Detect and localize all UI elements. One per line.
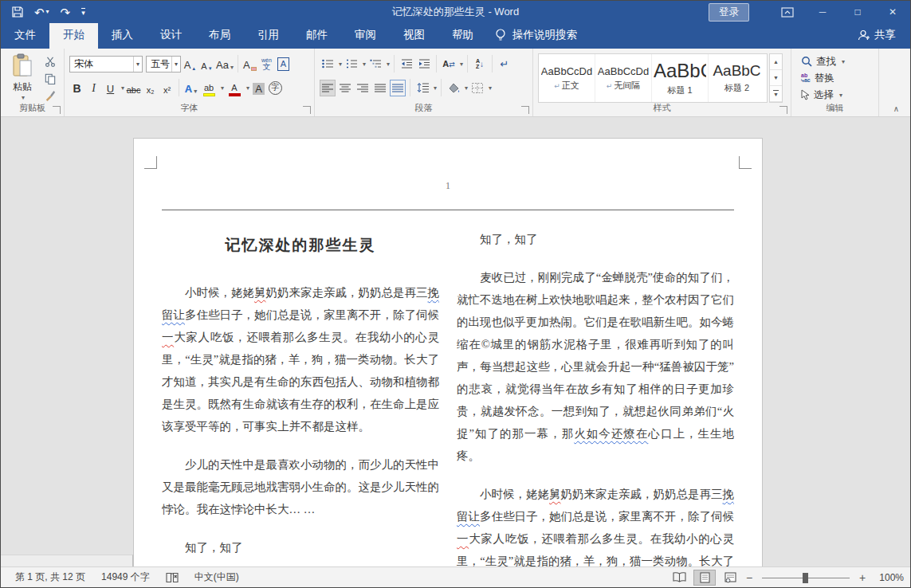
style-heading2[interactable]: AaBbC 标题 2 (709, 54, 765, 102)
italic-button[interactable]: I (86, 80, 101, 96)
grow-font-button[interactable]: A▲ (183, 56, 198, 73)
style-no-spacing[interactable]: AaBbCcDd ↵无间隔 (595, 54, 652, 102)
shrink-font-button[interactable]: A▼ (199, 56, 214, 73)
redo-button[interactable]: ↷ (61, 6, 71, 18)
increase-indent-button[interactable] (416, 56, 432, 73)
paragraph-dialog-launcher[interactable] (521, 106, 529, 114)
enclose-characters-button[interactable]: 字 (268, 80, 283, 96)
tab-review[interactable]: 审阅 (341, 22, 390, 49)
tab-view[interactable]: 视图 (390, 22, 438, 49)
asian-layout-button[interactable]: A⇄ (441, 56, 457, 73)
style-normal[interactable]: AaBbCcDd ↵正文 (539, 54, 595, 102)
minimize-button[interactable]: ─ (805, 1, 840, 23)
bold-button[interactable]: B (69, 80, 84, 96)
tab-mailings[interactable]: 邮件 (293, 22, 341, 49)
phonetic-guide-button[interactable]: wén文 (259, 56, 274, 73)
undo-button[interactable]: ↶▾ (34, 6, 49, 18)
customize-quick-access-toolbar-button[interactable]: ▾ (81, 8, 85, 17)
shading-dropdown-icon[interactable]: ▾ (465, 84, 468, 92)
shading-button[interactable] (446, 80, 461, 96)
zoom-slider-thumb[interactable] (803, 573, 808, 583)
format-painter-button[interactable] (42, 88, 58, 102)
bullets-button[interactable] (320, 56, 336, 73)
borders-dropdown-icon[interactable]: ▾ (489, 84, 492, 92)
font-size-combobox[interactable]: 五号▾ (146, 56, 181, 73)
language-indicator[interactable]: 中文(中国) (187, 570, 247, 584)
ribbon-display-options-button[interactable] (770, 1, 805, 23)
distributed-button[interactable] (390, 80, 406, 96)
tab-help[interactable]: 帮助 (438, 22, 487, 49)
undo-dropdown-icon[interactable]: ▾ (46, 9, 49, 15)
highlight-dropdown-icon[interactable]: ▾ (221, 84, 224, 92)
styles-more-button[interactable]: ▼ (770, 86, 782, 102)
horizontal-scrollbar-thumb[interactable] (1, 555, 133, 566)
web-layout-view-button[interactable] (719, 570, 741, 586)
chevron-down-icon[interactable]: ▾ (171, 57, 180, 72)
character-border-button[interactable]: A (276, 56, 291, 73)
borders-button[interactable] (469, 80, 485, 96)
bullets-dropdown-icon[interactable]: ▾ (339, 61, 342, 68)
zoom-in-button[interactable]: + (858, 571, 867, 584)
zoom-level[interactable]: 100% (870, 572, 904, 583)
clipboard-dialog-launcher[interactable] (53, 106, 61, 114)
justify-button[interactable] (372, 80, 388, 96)
tab-insert[interactable]: 插入 (98, 22, 147, 49)
tell-me-search[interactable]: 操作说明搜索 (487, 28, 585, 49)
font-color-button[interactable]: A (226, 80, 243, 96)
decrease-indent-button[interactable] (399, 56, 414, 73)
font-name-combobox[interactable]: 宋体▾ (69, 56, 143, 73)
cut-button[interactable] (42, 55, 58, 69)
styles-scroll-down-button[interactable]: ▼ (770, 70, 782, 86)
tab-layout[interactable]: 布局 (195, 22, 244, 49)
tab-home[interactable]: 开始 (49, 22, 98, 49)
multilevel-dropdown-icon[interactable]: ▾ (387, 61, 390, 68)
print-layout-view-button[interactable] (693, 570, 716, 586)
show-formatting-marks-button[interactable]: ↵ (497, 56, 512, 73)
sort-button[interactable]: AZ↓ (472, 56, 488, 73)
subscript-button[interactable]: x₂ (143, 80, 158, 96)
font-color-dropdown-icon[interactable]: ▾ (246, 84, 249, 92)
align-center-button[interactable] (337, 80, 353, 96)
close-button[interactable]: ✕ (875, 1, 910, 23)
align-right-button[interactable] (355, 80, 371, 96)
copy-button[interactable] (42, 72, 58, 85)
numbering-button[interactable] (344, 56, 359, 73)
chevron-down-icon[interactable]: ▾ (133, 57, 142, 72)
underline-dropdown-icon[interactable]: ▾ (121, 84, 124, 92)
collapse-ribbon-button[interactable]: ∧ (893, 104, 899, 113)
word-count[interactable]: 14949 个字 (93, 570, 158, 584)
paste-dropdown-icon[interactable]: ▾ (22, 94, 25, 101)
tab-file[interactable]: 文件 (1, 22, 49, 49)
document-area[interactable]: 1 记忆深处的那些生灵小时候，姥姥舅奶奶来家走亲戚，奶奶总是再三挽留让多住些日子… (1, 117, 910, 566)
document-page[interactable]: 1 记忆深处的那些生灵小时候，姥姥舅奶奶来家走亲戚，奶奶总是再三挽留让多住些日子… (133, 138, 763, 566)
line-spacing-button[interactable] (414, 80, 430, 96)
styles-scroll-up-button[interactable]: ▲ (770, 54, 782, 70)
tab-design[interactable]: 设计 (147, 22, 195, 49)
proofing-status-button[interactable] (158, 572, 187, 583)
character-shading-button[interactable]: A (251, 80, 266, 96)
share-button[interactable]: 共享 (843, 28, 910, 49)
paste-button[interactable]: 粘贴 ▾ (6, 53, 39, 102)
style-heading1[interactable]: AaBbC 标题 1 (652, 54, 709, 102)
align-left-button[interactable] (320, 80, 336, 96)
styles-dialog-launcher[interactable] (779, 106, 787, 114)
replace-button[interactable]: ab⤷ac 替换 (796, 71, 874, 85)
text-highlight-button[interactable]: ab (200, 80, 218, 96)
find-button[interactable]: 查找 ▾ (796, 54, 874, 69)
zoom-out-button[interactable]: − (744, 571, 754, 584)
font-dialog-launcher[interactable] (303, 106, 311, 114)
page-indicator[interactable]: 第 1 页, 共 12 页 (7, 570, 93, 584)
maximize-button[interactable]: □ (840, 1, 875, 23)
clear-formatting-button[interactable]: A (242, 56, 257, 73)
zoom-slider[interactable] (762, 572, 850, 583)
multilevel-list-button[interactable] (367, 56, 383, 73)
sign-in-button[interactable]: 登录 (709, 3, 749, 22)
text-effects-button[interactable]: A▾ (183, 80, 198, 96)
change-case-button[interactable]: Aa▾ (216, 56, 234, 73)
asian-layout-dropdown-icon[interactable]: ▾ (460, 61, 463, 68)
superscript-button[interactable]: x² (159, 80, 175, 96)
underline-button[interactable]: U (103, 80, 118, 96)
select-button[interactable]: 选择 ▾ (796, 88, 874, 102)
numbering-dropdown-icon[interactable]: ▾ (363, 61, 366, 68)
tab-references[interactable]: 引用 (244, 22, 293, 49)
